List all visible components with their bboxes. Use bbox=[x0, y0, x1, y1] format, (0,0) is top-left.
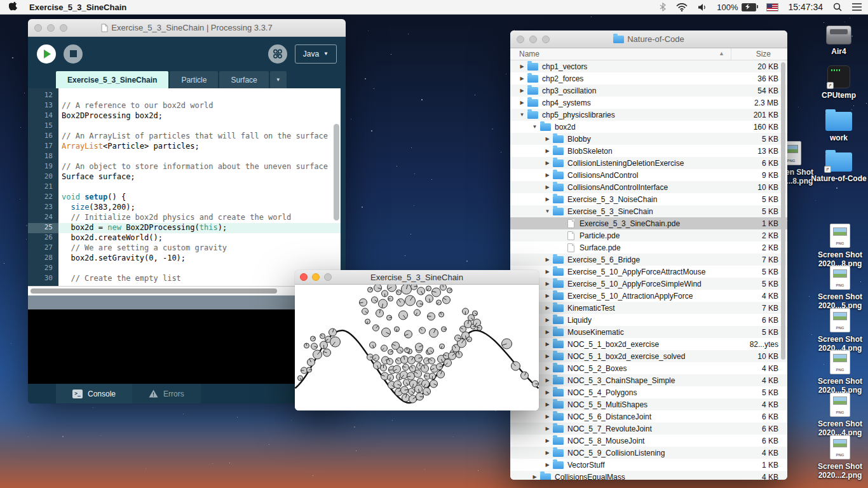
finder-row[interactable]: ▶KinematicTest7 KB bbox=[510, 302, 787, 314]
finder-row[interactable]: ▶NOC_5_2_Boxes4 KB bbox=[510, 362, 787, 374]
errors-tab[interactable]: Errors bbox=[132, 384, 201, 403]
disclosure-collapsed-icon[interactable]: ▶ bbox=[543, 353, 552, 359]
finder-row[interactable]: ▶MouseKinematic5 KB bbox=[510, 326, 787, 338]
code-line[interactable] bbox=[58, 152, 341, 162]
disclosure-collapsed-icon[interactable]: ▶ bbox=[518, 64, 526, 69]
disclosure-collapsed-icon[interactable]: ▶ bbox=[531, 474, 539, 480]
finder-row[interactable]: ▶Liquidy6 KB bbox=[510, 314, 787, 326]
disclosure-collapsed-icon[interactable]: ▶ bbox=[543, 377, 552, 383]
tab-particle[interactable]: Particle bbox=[170, 71, 218, 88]
desktop-icon-nature-of-code[interactable]: ↱Nature-of-Code bbox=[810, 152, 868, 183]
disclosure-collapsed-icon[interactable]: ▶ bbox=[543, 341, 552, 347]
minimize-button[interactable] bbox=[47, 24, 55, 32]
battery-indicator[interactable]: 100% bbox=[717, 3, 756, 12]
apple-menu-icon[interactable] bbox=[9, 2, 18, 12]
finder-row[interactable]: ▶Exercise_5_10_AttractionApplyForce4 KB bbox=[510, 290, 787, 302]
finder-row[interactable]: ▶Exercise_5_3_NoiseChain5 KB bbox=[510, 193, 787, 205]
desktop-icon-screen-shot-2020-4-png[interactable]: Screen Shot 2020...4.png bbox=[811, 393, 868, 437]
code-area[interactable]: // A reference to our box2d worldBox2DPr… bbox=[58, 88, 341, 286]
disclosure-collapsed-icon[interactable]: ▶ bbox=[543, 426, 552, 431]
tab-surface[interactable]: Surface bbox=[219, 71, 268, 88]
disclosure-collapsed-icon[interactable]: ▶ bbox=[543, 196, 552, 202]
disclosure-expanded-icon[interactable]: ▼ bbox=[531, 124, 539, 130]
tab-overflow-button[interactable]: ▼ bbox=[270, 71, 287, 88]
finder-row[interactable]: ▶Exercise_5_6_Bridge7 KB bbox=[510, 254, 787, 266]
desktop-icon-screen-shot-2020-5-png[interactable]: Screen Shot 2020...5.png bbox=[811, 350, 868, 395]
finder-row[interactable]: ▶NOC_5_1_box2d_exercise82...ytes bbox=[510, 338, 787, 350]
disclosure-collapsed-icon[interactable]: ▶ bbox=[543, 136, 552, 142]
desktop-icon-screen-shot-2020-5-png[interactable]: Screen Shot 2020...5.png bbox=[811, 266, 868, 310]
disclosure-collapsed-icon[interactable]: ▶ bbox=[543, 160, 552, 166]
disclosure-collapsed-icon[interactable]: ▶ bbox=[543, 293, 552, 299]
bluetooth-icon[interactable] bbox=[660, 3, 666, 11]
desktop-icon-screen-shot-2020-8-png[interactable]: Screen Shot 2020...8.png bbox=[811, 224, 868, 268]
finder-row[interactable]: ▶NOC_5_1_box2d_exercise_solved10 KB bbox=[510, 350, 787, 362]
zoom-button[interactable] bbox=[60, 24, 67, 32]
disclosure-collapsed-icon[interactable]: ▶ bbox=[543, 317, 552, 323]
minimize-button[interactable] bbox=[529, 36, 537, 43]
finder-row[interactable]: Surface.pde2 KB bbox=[510, 241, 787, 254]
finder-row[interactable]: ▶VectorStuff1 KB bbox=[510, 459, 787, 471]
code-line[interactable]: // We are setting a custom gravity bbox=[58, 243, 341, 254]
disclosure-collapsed-icon[interactable]: ▶ bbox=[543, 269, 552, 274]
disclosure-collapsed-icon[interactable]: ▶ bbox=[543, 438, 552, 444]
finder-row[interactable]: ▶CollisionsAndControlInterface10 KB bbox=[510, 181, 787, 193]
disclosure-collapsed-icon[interactable]: ▶ bbox=[543, 414, 552, 419]
code-line[interactable]: Surface surface; bbox=[58, 172, 341, 182]
disclosure-collapsed-icon[interactable]: ▶ bbox=[518, 100, 526, 105]
finder-row[interactable]: Exercise_5_3_SineChain.pde1 KB bbox=[510, 217, 787, 229]
close-button[interactable] bbox=[34, 24, 42, 32]
zoom-button[interactable] bbox=[324, 273, 332, 281]
column-divider[interactable] bbox=[731, 48, 731, 60]
debug-butterfly-button[interactable] bbox=[268, 44, 287, 64]
mode-selector-button[interactable]: Java ▼ bbox=[295, 44, 337, 64]
finder-scrollbar[interactable] bbox=[781, 62, 785, 360]
finder-row[interactable]: ▶BlobSkeleton13 KB bbox=[510, 145, 787, 157]
desktop-icon-air4[interactable]: Air4 bbox=[810, 25, 868, 56]
code-line[interactable] bbox=[58, 121, 341, 132]
sketch-titlebar[interactable]: Exercise_5_3_SineChain bbox=[295, 270, 539, 285]
disclosure-collapsed-icon[interactable]: ▶ bbox=[543, 184, 552, 190]
code-line[interactable]: box2d.createWorld(); bbox=[58, 233, 341, 243]
disclosure-collapsed-icon[interactable]: ▶ bbox=[543, 329, 552, 335]
finder-row[interactable]: ▶CollisionListeningDeletionExercise6 KB bbox=[510, 157, 787, 169]
disclosure-collapsed-icon[interactable]: ▶ bbox=[543, 462, 552, 468]
code-line[interactable]: ArrayList<Particle> particles; bbox=[58, 142, 341, 152]
finder-row[interactable]: ▶Exercise_5_10_ApplyForceAttractMouse5 K… bbox=[510, 266, 787, 278]
menubar-app-name[interactable]: Exercise_5_3_SineChain bbox=[29, 3, 126, 12]
code-line[interactable] bbox=[58, 182, 341, 193]
run-button[interactable] bbox=[37, 44, 56, 64]
disclosure-collapsed-icon[interactable]: ▶ bbox=[518, 76, 526, 81]
close-button[interactable] bbox=[517, 36, 524, 43]
disclosure-collapsed-icon[interactable]: ▶ bbox=[543, 257, 552, 262]
code-line[interactable]: // An object to store information about … bbox=[58, 162, 341, 172]
code-line[interactable]: void setup() { bbox=[58, 193, 341, 203]
spotlight-search-icon[interactable] bbox=[833, 3, 842, 11]
desktop-icon-screen-shot-2020-4-png[interactable]: Screen Shot 2020...4.png bbox=[811, 308, 868, 353]
hscroll-thumb[interactable] bbox=[31, 288, 277, 294]
finder-row[interactable]: ▶CollisionsEqualMass4 KB bbox=[510, 471, 787, 480]
editor-vertical-scrollbar[interactable] bbox=[334, 124, 339, 220]
menubar-clock[interactable]: 15:47:34 bbox=[789, 2, 824, 12]
column-header-name[interactable]: Name bbox=[510, 50, 539, 58]
disclosure-collapsed-icon[interactable]: ▶ bbox=[543, 148, 552, 154]
console-tab[interactable]: >_ Console bbox=[56, 384, 132, 403]
desktop-icon-cputemp[interactable]: ↱CPUtemp bbox=[810, 65, 868, 100]
input-language-flag-icon[interactable] bbox=[766, 3, 778, 11]
stop-button[interactable] bbox=[64, 44, 83, 64]
minimize-button[interactable] bbox=[312, 273, 320, 281]
finder-row[interactable]: ▶NOC_5_8_MouseJoint6 KB bbox=[510, 435, 787, 447]
finder-row[interactable]: ▶NOC_5_5_MultiShapes4 KB bbox=[510, 398, 787, 410]
finder-row[interactable]: ▼Exercise_5_3_SineChain5 KB bbox=[510, 205, 787, 217]
finder-row[interactable]: ▶chp3_oscillation54 KB bbox=[510, 85, 787, 97]
finder-row[interactable]: Particle.pde2 KB bbox=[510, 229, 787, 241]
disclosure-collapsed-icon[interactable]: ▶ bbox=[543, 172, 552, 178]
column-header-size[interactable]: Size bbox=[756, 50, 771, 58]
tab-exercise-5-3-sinechain[interactable]: Exercise_5_3_SineChain bbox=[56, 71, 168, 88]
zoom-button[interactable] bbox=[542, 36, 550, 43]
code-line[interactable]: box2d.setGravity(0, -10); bbox=[58, 254, 341, 264]
finder-row[interactable]: ▶chp4_systems2.3 MB bbox=[510, 97, 787, 109]
wifi-icon[interactable] bbox=[676, 3, 688, 11]
finder-row[interactable]: ▶chp2_forces36 KB bbox=[510, 72, 787, 85]
desktop-icon-screen-shot-2020-2-png[interactable]: Screen Shot 2020...2.png bbox=[811, 435, 868, 480]
